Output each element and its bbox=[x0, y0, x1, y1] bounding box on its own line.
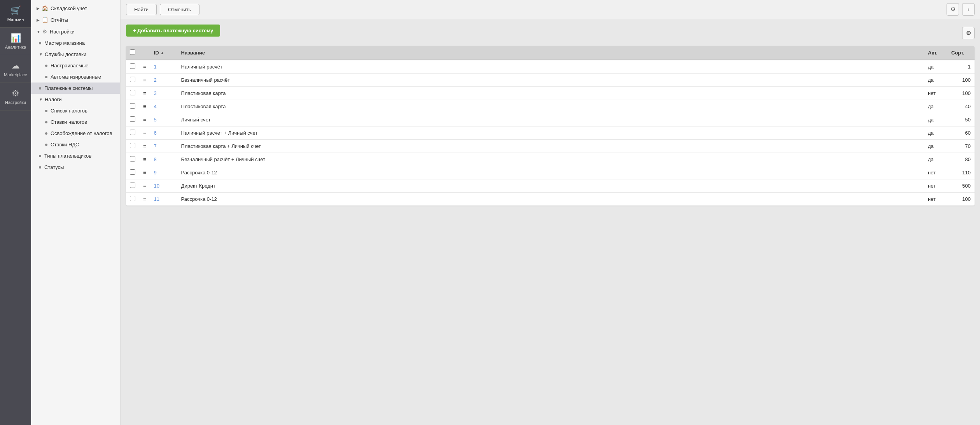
th-id[interactable]: ID ▲ bbox=[150, 46, 177, 60]
table-row: ≡ 7 Пластиковая карта + Личный счет да 7… bbox=[126, 140, 975, 153]
drag-handle[interactable]: ≡ bbox=[139, 193, 150, 206]
row-id[interactable]: 4 bbox=[150, 100, 177, 113]
content-header: + Добавить платежную систему ⚙ bbox=[126, 25, 975, 41]
th-sort-label: Сорт. bbox=[951, 50, 964, 56]
row-checkbox[interactable] bbox=[130, 90, 135, 95]
content-area: + Добавить платежную систему ⚙ ID ▲ bbox=[121, 19, 980, 425]
th-active[interactable]: Акт. bbox=[924, 46, 947, 60]
select-all-checkbox[interactable] bbox=[130, 49, 135, 55]
row-checkbox-cell bbox=[126, 60, 139, 74]
sidebar-item-marketplace[interactable]: ☁ Marketplace bbox=[0, 55, 31, 83]
nav-label-tax-list: Список налогов bbox=[51, 108, 88, 114]
table-row: ≡ 8 Безналичный расчёт + Личный счет да … bbox=[126, 153, 975, 166]
row-id[interactable]: 10 bbox=[150, 179, 177, 193]
find-button[interactable]: Найти bbox=[126, 4, 157, 15]
table-row: ≡ 5 Личный счет да 50 bbox=[126, 113, 975, 126]
bullet-icon bbox=[45, 65, 47, 67]
drag-handle[interactable]: ≡ bbox=[139, 74, 150, 87]
settings-icon: ⚙ bbox=[12, 88, 19, 98]
row-id[interactable]: 9 bbox=[150, 166, 177, 179]
row-checkbox[interactable] bbox=[130, 143, 135, 148]
row-sort: 100 bbox=[947, 87, 975, 100]
row-active: да bbox=[924, 140, 947, 153]
row-id[interactable]: 5 bbox=[150, 113, 177, 126]
table-row: ≡ 9 Рассрочка 0-12 нет 110 bbox=[126, 166, 975, 179]
payment-systems-table: ID ▲ Название Акт. Сорт. bbox=[126, 46, 975, 205]
nav-item-vat-rates[interactable]: Ставки НДС bbox=[31, 139, 120, 150]
arrow-down-icon: ▼ bbox=[39, 52, 43, 56]
row-checkbox[interactable] bbox=[130, 169, 135, 175]
row-checkbox[interactable] bbox=[130, 116, 135, 122]
nav-item-custom[interactable]: Настраиваемые bbox=[31, 60, 120, 71]
sidebar-item-analytics[interactable]: 📊 Аналитика bbox=[0, 28, 31, 55]
row-checkbox[interactable] bbox=[130, 196, 135, 201]
drag-handle[interactable]: ≡ bbox=[139, 113, 150, 126]
row-id[interactable]: 7 bbox=[150, 140, 177, 153]
row-name: Рассрочка 0-12 bbox=[177, 166, 924, 179]
nav-label-settings: Настройки bbox=[50, 29, 75, 35]
store-icon: 🛒 bbox=[10, 5, 21, 16]
row-checkbox-cell bbox=[126, 179, 139, 193]
content-settings-button[interactable]: ⚙ bbox=[962, 27, 975, 39]
nav-item-shop-wizard[interactable]: Мастер магазина bbox=[31, 37, 120, 49]
row-active: да bbox=[924, 60, 947, 74]
table-row: ≡ 6 Наличный расчет + Личный счет да 60 bbox=[126, 126, 975, 140]
row-checkbox-cell bbox=[126, 193, 139, 206]
icon-sidebar: 🛒 Магазин 📊 Аналитика ☁ Marketplace ⚙ На… bbox=[0, 0, 31, 425]
row-sort: 50 bbox=[947, 113, 975, 126]
drag-handle[interactable]: ≡ bbox=[139, 140, 150, 153]
row-id[interactable]: 6 bbox=[150, 126, 177, 140]
cancel-button[interactable]: Отменить bbox=[160, 4, 199, 15]
row-id[interactable]: 8 bbox=[150, 153, 177, 166]
sidebar-item-settings-label: Настройки bbox=[5, 100, 26, 105]
drag-handle[interactable]: ≡ bbox=[139, 179, 150, 193]
sidebar-item-store[interactable]: 🛒 Магазин bbox=[0, 0, 31, 28]
settings-nav-icon: ⚙ bbox=[42, 28, 47, 35]
row-active: да bbox=[924, 100, 947, 113]
table-row: ≡ 4 Пластиковая карта да 40 bbox=[126, 100, 975, 113]
nav-item-warehouse[interactable]: ▶ 🏠 Складской учет bbox=[31, 2, 120, 14]
row-checkbox[interactable] bbox=[130, 63, 135, 69]
nav-item-taxes[interactable]: ▼ Налоги bbox=[31, 94, 120, 105]
nav-label-taxes: Налоги bbox=[45, 97, 62, 102]
row-id[interactable]: 1 bbox=[150, 60, 177, 74]
nav-item-tax-list[interactable]: Список налогов bbox=[31, 105, 120, 116]
drag-handle[interactable]: ≡ bbox=[139, 153, 150, 166]
settings-toolbar-button[interactable]: ⚙ bbox=[947, 3, 959, 16]
nav-item-delivery[interactable]: ▼ Службы доставки bbox=[31, 49, 120, 60]
drag-handle[interactable]: ≡ bbox=[139, 126, 150, 140]
add-payment-system-button[interactable]: + Добавить платежную систему bbox=[126, 25, 220, 37]
drag-handle[interactable]: ≡ bbox=[139, 60, 150, 74]
row-checkbox[interactable] bbox=[130, 77, 135, 82]
sidebar-item-settings[interactable]: ⚙ Настройки bbox=[0, 83, 31, 111]
add-toolbar-button[interactable]: + bbox=[962, 3, 975, 16]
drag-handle[interactable]: ≡ bbox=[139, 166, 150, 179]
nav-item-auto[interactable]: Автоматизированные bbox=[31, 71, 120, 83]
drag-handle[interactable]: ≡ bbox=[139, 100, 150, 113]
th-name[interactable]: Название bbox=[177, 46, 924, 60]
nav-label-statuses: Статусы bbox=[44, 164, 64, 170]
row-checkbox[interactable] bbox=[130, 103, 135, 109]
row-sort: 1 bbox=[947, 60, 975, 74]
row-id[interactable]: 11 bbox=[150, 193, 177, 206]
drag-handle[interactable]: ≡ bbox=[139, 87, 150, 100]
gear-icon: ⚙ bbox=[966, 30, 971, 37]
row-checkbox[interactable] bbox=[130, 130, 135, 135]
nav-item-payment[interactable]: Платежные системы bbox=[31, 83, 120, 94]
row-id[interactable]: 2 bbox=[150, 74, 177, 87]
bullet-icon bbox=[39, 42, 41, 44]
row-checkbox-cell bbox=[126, 140, 139, 153]
row-checkbox-cell bbox=[126, 166, 139, 179]
nav-item-settings[interactable]: ▼ ⚙ Настройки bbox=[31, 26, 120, 37]
nav-item-payer-types[interactable]: Типы плательщиков bbox=[31, 150, 120, 162]
nav-item-reports[interactable]: ▶ 📋 Отчёты bbox=[31, 14, 120, 26]
row-checkbox[interactable] bbox=[130, 183, 135, 188]
row-checkbox[interactable] bbox=[130, 156, 135, 162]
row-checkbox-cell bbox=[126, 87, 139, 100]
nav-item-statuses[interactable]: Статусы bbox=[31, 162, 120, 173]
nav-item-tax-rates[interactable]: Ставки налогов bbox=[31, 116, 120, 128]
nav-item-tax-exempt[interactable]: Освобождение от налогов bbox=[31, 128, 120, 139]
row-id[interactable]: 3 bbox=[150, 87, 177, 100]
table-row: ≡ 1 Наличный расчёт да 1 bbox=[126, 60, 975, 74]
th-sort[interactable]: Сорт. bbox=[947, 46, 975, 60]
